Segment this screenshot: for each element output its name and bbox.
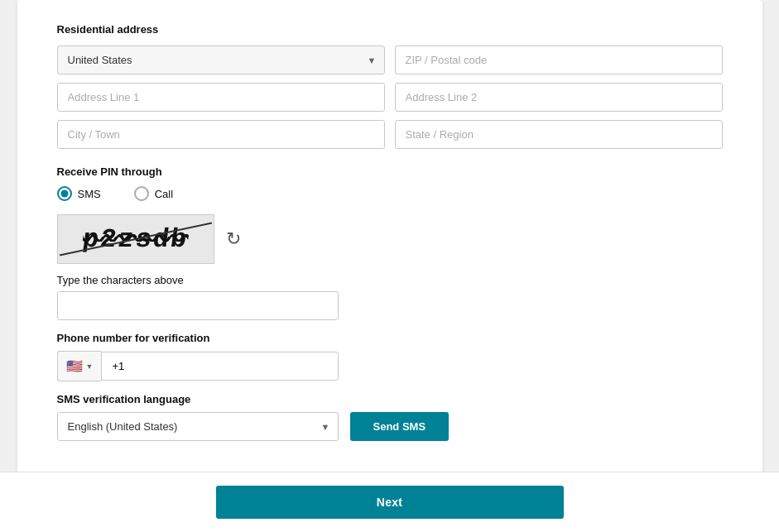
state-input[interactable] xyxy=(395,120,723,149)
sms-radio-option[interactable]: SMS xyxy=(57,186,101,201)
country-col: United States Canada United Kingdom Aust… xyxy=(57,46,385,74)
phone-input[interactable] xyxy=(101,352,338,381)
call-label: Call xyxy=(155,188,173,200)
address-line1-input[interactable] xyxy=(57,83,385,112)
phone-row: 🇺🇸 ▼ xyxy=(57,351,339,381)
captcha-row: p2zsdb ↻ xyxy=(57,214,723,264)
address-row-3 xyxy=(57,120,723,149)
sms-radio-input[interactable] xyxy=(57,186,72,201)
sms-lang-label: SMS verification language xyxy=(57,393,723,405)
address1-col xyxy=(57,83,385,112)
city-input[interactable] xyxy=(57,120,385,149)
address-row-1: United States Canada United Kingdom Aust… xyxy=(57,46,723,74)
bottom-bar: Next xyxy=(0,472,779,532)
flag-selector[interactable]: 🇺🇸 ▼ xyxy=(57,351,102,381)
next-button[interactable]: Next xyxy=(216,486,564,519)
country-select-wrapper: United States Canada United Kingdom Aust… xyxy=(57,46,385,74)
call-radio-option[interactable]: Call xyxy=(134,186,173,201)
sms-label: SMS xyxy=(78,188,101,200)
phone-label: Phone number for verification xyxy=(57,332,723,344)
receive-pin-label: Receive PIN through xyxy=(57,165,723,178)
flag-chevron-icon: ▼ xyxy=(86,362,94,371)
receive-pin-section: Receive PIN through SMS Call p2zsdb ↻ Ty… xyxy=(57,165,723,441)
state-col xyxy=(395,120,723,149)
captcha-image: p2zsdb xyxy=(57,214,214,264)
send-sms-button[interactable]: Send SMS xyxy=(350,412,450,441)
main-card: Residential address United States Canada… xyxy=(17,0,762,487)
refresh-captcha-icon[interactable]: ↻ xyxy=(226,228,241,250)
captcha-input[interactable] xyxy=(57,291,339,320)
zip-input[interactable] xyxy=(395,46,723,74)
call-radio-input[interactable] xyxy=(134,186,149,201)
address-row-2 xyxy=(57,83,723,112)
city-col xyxy=(57,120,385,149)
pin-radio-group: SMS Call xyxy=(57,186,723,201)
flag-emoji: 🇺🇸 xyxy=(66,358,83,374)
sms-lang-select[interactable]: English (United States) Spanish French G… xyxy=(57,412,339,441)
captcha-type-label: Type the characters above xyxy=(57,274,723,286)
address2-col xyxy=(395,83,723,112)
sms-lang-row: English (United States) Spanish French G… xyxy=(57,412,723,441)
residential-address-label: Residential address xyxy=(57,23,723,36)
address-line2-input[interactable] xyxy=(395,83,723,112)
sms-lang-select-wrapper: English (United States) Spanish French G… xyxy=(57,412,339,441)
zip-col xyxy=(395,46,723,74)
country-select[interactable]: United States Canada United Kingdom Aust… xyxy=(57,46,385,74)
